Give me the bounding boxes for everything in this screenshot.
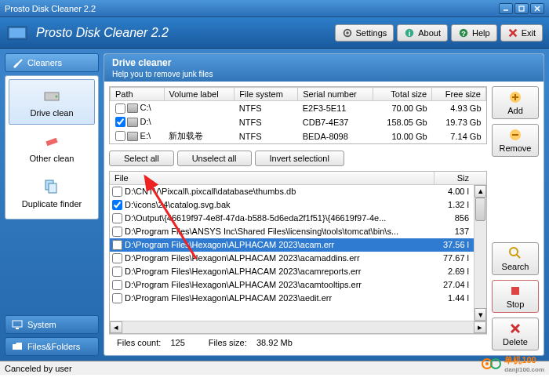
svg-rect-19: [49, 183, 56, 193]
scroll-down-button[interactable]: ▾: [474, 308, 486, 321]
sidebar-item-drive-clean[interactable]: Drive clean: [9, 79, 95, 125]
file-checkbox[interactable]: [112, 200, 122, 210]
sidebar-item-duplicate-finder[interactable]: Duplicate finder: [9, 170, 95, 216]
horizontal-scrollbar[interactable]: ◂ ▸: [110, 321, 486, 333]
file-checkbox[interactable]: [112, 267, 122, 277]
duplicate-icon: [42, 177, 61, 196]
svg-point-7: [346, 31, 349, 34]
file-checkbox[interactable]: [112, 227, 122, 237]
file-list[interactable]: D:\CNTV\Pixcall\.pixcall\database\thumbs…: [110, 185, 474, 321]
cleaners-panel: Drive clean Other clean Duplicate finder: [5, 75, 99, 220]
file-row[interactable]: D:\Program Files\ANSYS Inc\Shared Files\…: [110, 225, 474, 238]
file-row[interactable]: D:\Program Files\Hexagon\ALPHACAM 2023\a…: [110, 265, 474, 278]
col-total[interactable]: Total size: [373, 88, 432, 101]
gear-icon: [342, 27, 353, 38]
drive-checkbox[interactable]: [115, 117, 125, 127]
content-panel: Drive cleaner Help you to remove junk fi…: [104, 53, 544, 356]
about-button[interactable]: iAbout: [397, 24, 448, 42]
remove-button[interactable]: Remove: [492, 124, 539, 157]
col-size[interactable]: Siz: [434, 172, 474, 184]
file-checkbox[interactable]: [112, 213, 122, 223]
drive-row[interactable]: D:\NTFSCDB7-4E37158.05 Gb19.73 Gb: [111, 115, 486, 129]
unselect-all-button[interactable]: Unselect all: [177, 151, 252, 166]
file-row[interactable]: D:\CNTV\Pixcall\.pixcall\database\thumbs…: [110, 185, 474, 198]
file-checkbox[interactable]: [112, 187, 122, 197]
col-file[interactable]: File: [110, 172, 434, 184]
drive-icon: [42, 86, 61, 105]
scroll-left-button[interactable]: ◂: [110, 321, 122, 333]
file-status-row: Files count: 125 Files size: 38.92 Mb: [109, 334, 487, 350]
svg-line-14: [18, 60, 22, 64]
watermark: 单机100danji100.com: [481, 354, 544, 373]
app-icon: [6, 22, 28, 44]
vertical-scrollbar[interactable]: ▴ ▾: [474, 185, 486, 321]
drive-checkbox[interactable]: [115, 103, 125, 114]
status-message: Canceled by user: [5, 364, 72, 373]
delete-button[interactable]: Delete: [492, 318, 539, 350]
help-icon: ?: [458, 27, 469, 38]
search-icon: [508, 246, 522, 260]
watermark-icon: [481, 357, 501, 371]
svg-point-16: [56, 96, 58, 98]
files-count: 125: [170, 338, 184, 347]
app-header: Prosto Disk Cleaner 2.2 Settings iAbout …: [0, 17, 549, 49]
minus-icon: [508, 128, 522, 142]
file-row[interactable]: D:\Output\{46619f97-4e8f-47da-b588-5d6ed…: [110, 212, 474, 225]
drive-table: Path Volume label File system Serial num…: [109, 86, 487, 144]
drive-row[interactable]: E:\新加载卷NTFSBEDA-809810.00 Gb7.14 Gb: [111, 129, 486, 143]
select-all-button[interactable]: Select all: [109, 151, 174, 166]
svg-text:?: ?: [461, 28, 466, 37]
stop-button[interactable]: Stop: [492, 280, 539, 313]
window-title: Prosto Disk Cleaner 2.2: [5, 4, 499, 13]
add-button[interactable]: Add: [492, 86, 539, 119]
close-button[interactable]: [530, 3, 544, 14]
maximize-button[interactable]: [514, 3, 529, 14]
file-checkbox[interactable]: [112, 280, 122, 290]
file-checkbox[interactable]: [112, 253, 122, 263]
scroll-right-button[interactable]: ▸: [474, 321, 486, 333]
plus-icon: [508, 90, 522, 104]
statusbar: Canceled by user 单机100danji100.com: [0, 361, 549, 375]
delete-icon: [508, 321, 522, 336]
close-icon: [507, 27, 518, 38]
file-checkbox[interactable]: [112, 293, 122, 303]
file-row[interactable]: D:\Program Files\Hexagon\ALPHACAM 2023\a…: [110, 238, 474, 252]
app-title: Prosto Disk Cleaner 2.2: [36, 26, 335, 40]
file-checkbox[interactable]: [112, 240, 122, 250]
exit-button[interactable]: Exit: [500, 24, 543, 42]
drive-icon: [127, 132, 138, 141]
help-button[interactable]: ?Help: [451, 24, 497, 42]
minimize-button[interactable]: [499, 3, 513, 14]
invert-selection-button[interactable]: Invert selectionl: [255, 151, 344, 166]
svg-rect-29: [511, 287, 519, 295]
col-path[interactable]: Path: [111, 88, 165, 101]
file-row[interactable]: D:\Program Files\Hexagon\ALPHACAM 2023\a…: [110, 252, 474, 265]
col-serial[interactable]: Serial number: [298, 88, 373, 101]
scroll-thumb[interactable]: [475, 198, 485, 221]
drive-checkbox[interactable]: [115, 131, 125, 141]
file-row[interactable]: D:\Program Files\Hexagon\ALPHACAM 2023\a…: [110, 278, 474, 292]
stop-icon: [508, 284, 522, 298]
col-fs[interactable]: File system: [235, 88, 298, 101]
drive-icon: [127, 103, 138, 113]
svg-rect-20: [13, 321, 22, 327]
scroll-up-button[interactable]: ▴: [474, 185, 486, 198]
tab-files-folders[interactable]: Files&Folders: [5, 337, 99, 356]
search-button[interactable]: Search: [492, 242, 539, 275]
svg-point-33: [485, 362, 489, 365]
col-volume[interactable]: Volume label: [164, 88, 235, 101]
settings-button[interactable]: Settings: [335, 24, 394, 42]
tab-system[interactable]: System: [5, 315, 99, 334]
sidebar-item-other-clean[interactable]: Other clean: [9, 125, 95, 170]
drive-icon: [127, 118, 138, 127]
drive-row[interactable]: C:\NTFSE2F3-5E1170.00 Gb4.93 Gb: [111, 101, 486, 115]
file-row[interactable]: D:\icons\24\catalog.svg.bak1.32 l: [110, 198, 474, 212]
file-table: File Siz D:\CNTV\Pixcall\.pixcall\databa…: [109, 171, 487, 335]
files-size: 38.92 Mb: [256, 338, 293, 347]
file-row[interactable]: D:\Program Files\Hexagon\ALPHACAM 2023\a…: [110, 292, 474, 305]
svg-point-27: [510, 248, 518, 256]
svg-text:i: i: [409, 28, 411, 37]
panel-header: Drive cleaner Help you to remove junk fi…: [104, 54, 544, 82]
tab-cleaners[interactable]: Cleaners: [5, 53, 99, 72]
col-free[interactable]: Free size: [432, 88, 486, 101]
